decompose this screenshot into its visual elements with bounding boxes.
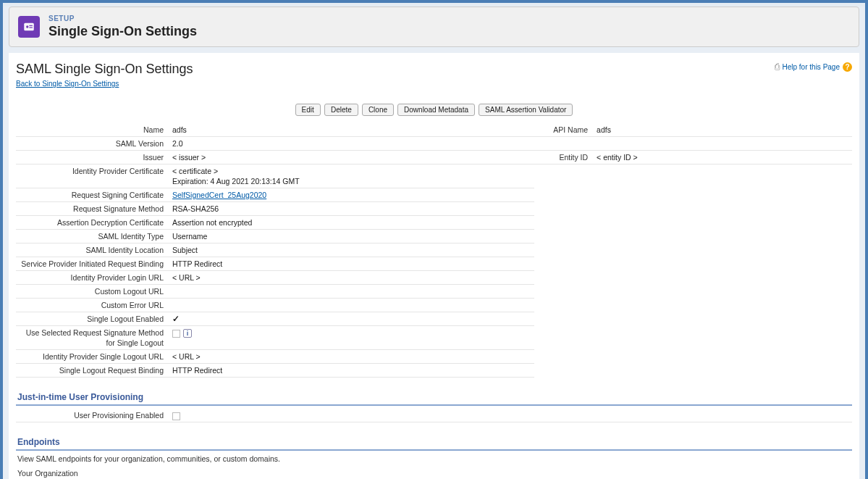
label-name: Name (16, 123, 168, 137)
title-block: SAML Single Sign-On Settings Back to Sin… (16, 62, 193, 88)
value-saml-id-type: Username (168, 230, 534, 243)
page-header: SETUP Single Sign-On Settings (9, 7, 859, 47)
jit-table: User Provisioning Enabled (16, 409, 852, 422)
jit-unchecked-icon (172, 412, 180, 420)
label-sp-binding: Service Provider Initiated Request Bindi… (16, 257, 168, 271)
svg-rect-2 (29, 25, 33, 26)
label-slo-binding: Single Logout Request Binding (16, 364, 168, 378)
value-saml-id-loc: Subject (168, 243, 534, 257)
details-left: Nameadfs SAML Version2.0 Issuer< issuer … (16, 123, 534, 378)
app-frame: SETUP Single Sign-On Settings SAML Singl… (2, 2, 866, 479)
svg-rect-3 (29, 27, 33, 28)
value-req-sig-method: RSA-SHA256 (168, 202, 534, 216)
label-issuer: Issuer (16, 151, 168, 164)
jit-section-heading: Just-in-time User Provisioning (16, 389, 852, 406)
clone-button[interactable]: Clone (362, 104, 394, 116)
label-use-selected: Use Selected Request Signature Method fo… (16, 326, 168, 350)
download-metadata-button[interactable]: Download Metadata (397, 104, 475, 116)
label-slo-enabled: Single Logout Enabled (16, 312, 168, 326)
header-title: Single Sign-On Settings (49, 24, 197, 39)
main-panel: SAML Single Sign-On Settings Back to Sin… (9, 53, 859, 479)
setup-icon (18, 16, 40, 38)
title-row: SAML Single Sign-On Settings Back to Sin… (16, 62, 852, 88)
topo-background: SETUP Single Sign-On Settings SAML Singl… (3, 7, 865, 479)
details-right: API Nameadfs Entity ID< entity ID > (534, 123, 852, 164)
value-name: adfs (168, 123, 534, 137)
endpoints-section-heading: Endpoints (16, 434, 852, 451)
label-idp-slo-url: Identity Provider Single Logout URL (16, 350, 168, 364)
label-saml-version: SAML Version (16, 137, 168, 151)
header-eyebrow: SETUP (49, 14, 197, 22)
help-icon: ? (843, 62, 852, 72)
endpoints-desc: View SAML endpoints for your organizatio… (16, 451, 852, 467)
value-saml-version: 2.0 (168, 137, 534, 151)
saml-validator-button[interactable]: SAML Assertion Validator (479, 104, 573, 116)
value-assert-decrypt: Assertion not encrypted (168, 216, 534, 230)
button-row-top: Edit Delete Clone Download Metadata SAML… (16, 104, 852, 116)
value-custom-error (168, 299, 534, 312)
value-custom-logout (168, 285, 534, 299)
your-org-subhead: Your Organization (16, 467, 852, 479)
value-entity-id: < entity ID > (592, 151, 852, 164)
idp-cert-expiration: Expiration: 4 Aug 2021 20:13:14 GMT (172, 177, 300, 186)
value-issuer: < issuer > (168, 151, 534, 164)
header-labels: SETUP Single Sign-On Settings (49, 14, 197, 39)
value-slo-binding: HTTP Redirect (168, 364, 534, 378)
label-entity-id: Entity ID (534, 151, 592, 164)
idp-cert-placeholder: < certificate > (172, 167, 218, 175)
help-link[interactable]: ⎙ Help for this Page ? (775, 62, 853, 72)
detail-twocol: Nameadfs SAML Version2.0 Issuer< issuer … (16, 120, 852, 378)
label-custom-logout: Custom Logout URL (16, 285, 168, 299)
unchecked-box-icon (172, 330, 180, 338)
value-sp-binding: HTTP Redirect (168, 257, 534, 271)
label-saml-id-type: SAML Identity Type (16, 230, 168, 243)
value-idp-slo-url: < URL > (168, 350, 534, 364)
label-assert-decrypt: Assertion Decryption Certificate (16, 216, 168, 230)
label-jit-enabled: User Provisioning Enabled (16, 409, 168, 422)
info-icon[interactable]: i (183, 329, 192, 338)
back-link[interactable]: Back to Single Sign-On Settings (16, 80, 119, 88)
edit-button[interactable]: Edit (295, 104, 321, 116)
label-req-sig-method: Request Signature Method (16, 202, 168, 216)
value-idp-cert: < certificate >Expiration: 4 Aug 2021 20… (168, 164, 534, 188)
label-custom-error: Custom Error URL (16, 299, 168, 312)
page-title: SAML Single Sign-On Settings (16, 62, 193, 77)
help-text: Help for this Page (783, 63, 840, 71)
request-signing-cert-link[interactable]: SelfSignedCert_25Aug2020 (172, 191, 266, 199)
label-api-name: API Name (534, 123, 592, 137)
value-api-name: adfs (592, 123, 852, 137)
delete-button[interactable]: Delete (324, 104, 358, 116)
label-idp-cert: Identity Provider Certificate (16, 164, 168, 188)
value-idp-login: < URL > (168, 271, 534, 285)
svg-point-1 (26, 25, 28, 28)
label-saml-id-loc: SAML Identity Location (16, 243, 168, 257)
label-idp-login: Identity Provider Login URL (16, 271, 168, 285)
checkmark-icon: ✓ (172, 314, 180, 324)
svg-rect-0 (24, 23, 34, 31)
printer-icon: ⎙ (775, 62, 780, 72)
label-req-sign-cert: Request Signing Certificate (16, 188, 168, 202)
